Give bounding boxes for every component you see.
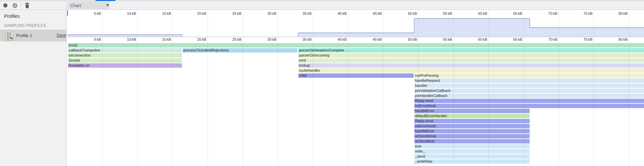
svg-text:lookup: lookup <box>299 63 310 67</box>
svg-text:30 kB: 30 kB <box>267 37 276 41</box>
svg-text:65 kB: 65 kB <box>513 11 522 15</box>
svg-text:25 kB: 25 kB <box>232 37 241 41</box>
svg-text:handleError: handleError <box>415 129 434 133</box>
svg-text:60 kB: 60 kB <box>478 37 487 41</box>
svg-text:70 kB: 70 kB <box>548 37 557 41</box>
svg-text:parserOnHeadersComplete: parserOnHeadersComplete <box>299 48 344 52</box>
svg-text:handleRequest: handleRequest <box>415 78 440 82</box>
svg-text:onErrorHook: onErrorHook <box>415 104 436 108</box>
svg-text:25 kB: 25 kB <box>232 11 241 15</box>
svg-text:5 kB: 5 kB <box>94 37 101 41</box>
svg-text:15 kB: 15 kB <box>162 11 171 15</box>
svg-text:15 kB: 15 kB <box>162 37 171 41</box>
svg-text:processTicksAndRejections: processTicksAndRejections <box>184 48 229 52</box>
svg-text:55 kB: 55 kB <box>443 37 452 41</box>
svg-text:child: child <box>299 73 307 77</box>
svg-text:75 kB: 75 kB <box>583 11 593 15</box>
svg-text:Socket: Socket <box>69 58 80 62</box>
svg-text:emit: emit <box>299 58 306 62</box>
svg-text:75 kB: 75 kB <box>583 37 593 41</box>
svg-text:routeHandler: routeHandler <box>299 68 320 72</box>
svg-text:Readable.on: Readable.on <box>69 63 89 67</box>
svg-text:50 kB: 50 kB <box>408 11 417 15</box>
svg-text:(root): (root) <box>69 43 77 47</box>
svg-text:handleError: handleError <box>415 109 434 113</box>
svg-text:_send: _send <box>415 154 425 158</box>
svg-text:onErrorHook: onErrorHook <box>415 124 436 128</box>
svg-text:55 kB: 55 kB <box>443 11 452 15</box>
svg-text:callbackTrampoline: callbackTrampoline <box>69 48 100 52</box>
svg-text:5 kB: 5 kB <box>94 11 101 15</box>
svg-text:defaultErrorHandler: defaultErrorHandler <box>415 114 447 118</box>
svg-text:preValidationCallback: preValidationCallback <box>415 89 451 93</box>
svg-text:10 kB: 10 kB <box>127 37 136 41</box>
svg-text:Reply.send: Reply.send <box>415 119 433 123</box>
svg-text:40 kB: 40 kB <box>338 37 347 41</box>
svg-text:onconnection: onconnection <box>69 53 90 57</box>
svg-text:20 kB: 20 kB <box>197 37 206 41</box>
svg-text:45 kB: 45 kB <box>373 37 382 41</box>
svg-text:50 kB: 50 kB <box>408 37 417 41</box>
svg-text:onSendEnd: onSendEnd <box>415 139 434 143</box>
svg-text:_writeRaw: _writeRaw <box>415 159 432 163</box>
svg-text:70 kB: 70 kB <box>548 11 557 15</box>
svg-text:30 kB: 30 kB <box>267 11 276 15</box>
svg-text:write_: write_ <box>415 149 425 153</box>
svg-text:45 kB: 45 kB <box>373 11 382 15</box>
svg-text:80 kB: 80 kB <box>618 11 628 15</box>
svg-text:60 kB: 60 kB <box>478 11 487 15</box>
svg-text:runPreParsing: runPreParsing <box>415 73 439 77</box>
svg-text:handler: handler <box>415 84 427 88</box>
svg-text:35 kB: 35 kB <box>303 37 312 41</box>
svg-text:%: % <box>10 36 13 40</box>
svg-text:10 kB: 10 kB <box>127 11 136 15</box>
svg-text:65 kB: 65 kB <box>513 37 522 41</box>
svg-text:Reply.send: Reply.send <box>415 99 433 103</box>
svg-text:80 kB: 80 kB <box>618 37 628 41</box>
svg-text:40 kB: 40 kB <box>338 11 347 15</box>
svg-text:35 kB: 35 kB <box>303 11 312 15</box>
svg-text:preHandlerCallback: preHandlerCallback <box>415 94 448 98</box>
svg-text:20 kB: 20 kB <box>197 11 206 15</box>
svg-text:end: end <box>415 144 421 148</box>
svg-text:parserOnIncoming: parserOnIncoming <box>299 53 330 57</box>
